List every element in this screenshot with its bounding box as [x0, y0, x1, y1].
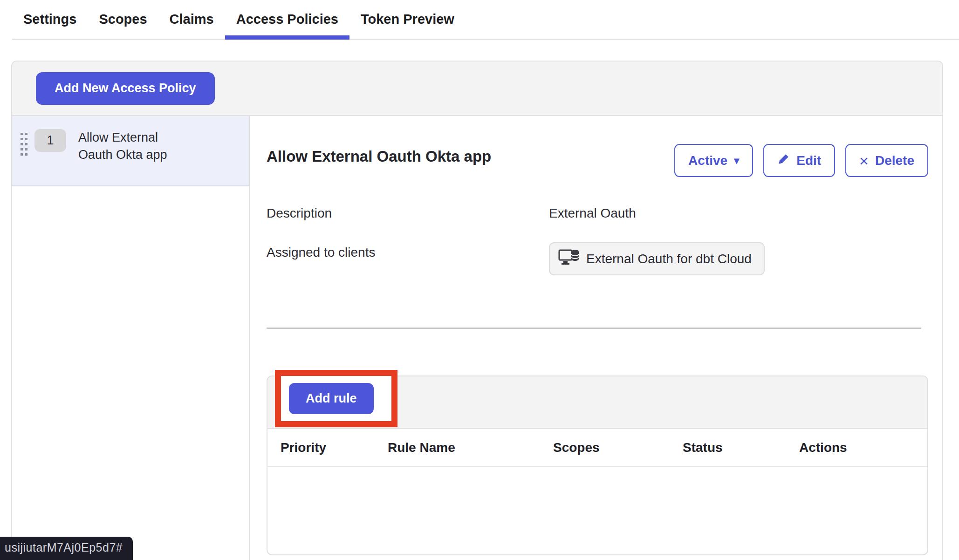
description-value: External Oauth	[549, 203, 928, 221]
drag-handle-icon[interactable]	[21, 133, 28, 158]
edit-label: Edit	[796, 153, 821, 168]
column-header-rule-name: Rule Name	[388, 440, 553, 455]
link-url-tooltip: usijiutarM7Aj0Ep5d7#	[0, 537, 133, 560]
edit-button[interactable]: Edit	[763, 144, 835, 177]
column-header-actions: Actions	[799, 440, 927, 455]
status-label: Active	[688, 153, 727, 168]
tab-token-preview[interactable]: Token Preview	[349, 0, 466, 39]
status-dropdown-button[interactable]: Active ▾	[674, 144, 753, 177]
policy-detail: Allow External Oauth Okta app Active ▾ E…	[250, 116, 942, 560]
rules-table-header: Priority Rule Name Scopes Status Actions	[267, 429, 927, 467]
add-new-access-policy-button[interactable]: Add New Access Policy	[36, 72, 215, 105]
column-header-priority: Priority	[281, 440, 388, 455]
client-app-icon	[558, 248, 580, 270]
section-divider	[267, 328, 921, 329]
tab-bar: Settings Scopes Claims Access Policies T…	[12, 0, 959, 40]
description-label: Description	[267, 203, 549, 221]
policy-title: Allow External Oauth Okta app	[267, 144, 491, 165]
policy-actions: Active ▾ Edit × Delete	[674, 144, 928, 177]
policy-list-item[interactable]: 1 Allow External Oauth Okta app	[12, 116, 249, 186]
tab-access-policies[interactable]: Access Policies	[225, 0, 349, 39]
add-rule-button[interactable]: Add rule	[289, 383, 374, 414]
tab-settings[interactable]: Settings	[12, 0, 88, 39]
client-chip: External Oauth for dbt Cloud	[549, 242, 765, 275]
panel-toolbar: Add New Access Policy	[12, 61, 942, 116]
column-header-scopes: Scopes	[553, 440, 683, 455]
close-icon: ×	[859, 153, 869, 169]
rules-table-body-empty	[267, 467, 927, 553]
access-policies-panel: Add New Access Policy 1	[11, 61, 943, 560]
column-header-status: Status	[683, 440, 799, 455]
rules-toolbar: Add rule	[267, 376, 927, 429]
pencil-icon	[777, 153, 790, 169]
rules-card: Add rule Priority Rule Name Scopes Statu…	[267, 376, 928, 555]
delete-label: Delete	[875, 153, 914, 168]
policy-item-label: Allow External Oauth Okta app	[78, 129, 195, 164]
delete-button[interactable]: × Delete	[845, 144, 928, 177]
chevron-down-icon: ▾	[734, 155, 739, 167]
policy-priority-badge: 1	[34, 129, 66, 152]
client-chip-label: External Oauth for dbt Cloud	[586, 252, 752, 266]
policy-list: 1 Allow External Oauth Okta app	[12, 116, 250, 560]
assigned-clients-label: Assigned to clients	[267, 242, 549, 260]
tab-scopes[interactable]: Scopes	[88, 0, 158, 39]
highlight-annotation-box: Add rule	[275, 370, 397, 427]
tab-claims[interactable]: Claims	[158, 0, 225, 39]
